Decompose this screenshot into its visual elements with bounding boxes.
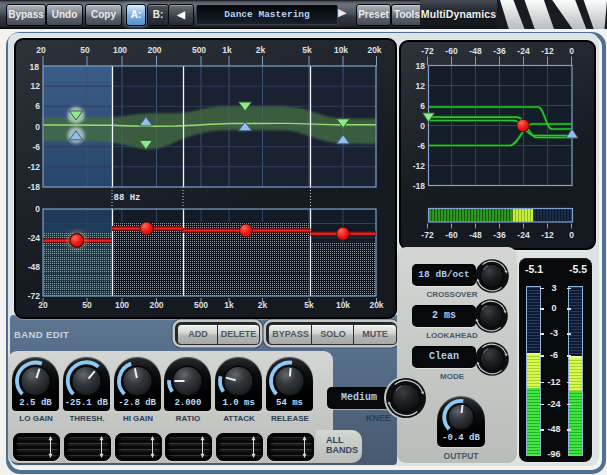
svg-text:-60: -60 (445, 230, 458, 240)
svg-text:12: 12 (31, 81, 41, 91)
svg-text:-48: -48 (469, 46, 482, 56)
svg-text:10k: 10k (334, 45, 348, 55)
svg-text:50: 50 (82, 300, 92, 310)
svg-text:-18: -18 (28, 182, 41, 192)
svg-text:-72: -72 (421, 230, 434, 240)
svg-text:-12: -12 (541, 230, 554, 240)
svg-text:-24: -24 (517, 46, 530, 56)
svg-text:18: 18 (416, 61, 426, 71)
svg-text:12: 12 (416, 81, 426, 91)
svg-text:88 Hz: 88 Hz (114, 193, 141, 203)
svg-text:5k: 5k (302, 45, 312, 55)
svg-text:-18: -18 (413, 181, 426, 191)
svg-text:100: 100 (113, 45, 127, 55)
svg-text:20k: 20k (369, 300, 383, 310)
svg-text:1k: 1k (224, 300, 234, 310)
svg-text:-12: -12 (413, 161, 426, 171)
svg-text:2k: 2k (256, 45, 266, 55)
svg-text:0: 0 (569, 230, 574, 240)
svg-text:200: 200 (147, 45, 161, 55)
svg-text:-48: -48 (469, 230, 482, 240)
svg-text:-60: -60 (445, 46, 458, 56)
svg-text:5k: 5k (304, 300, 314, 310)
svg-text:-6: -6 (417, 141, 425, 151)
svg-text:20: 20 (36, 45, 46, 55)
svg-text:6: 6 (35, 101, 40, 111)
svg-text:50: 50 (80, 45, 90, 55)
svg-text:1k: 1k (222, 45, 232, 55)
svg-text:-12: -12 (28, 162, 41, 172)
svg-text:-72: -72 (421, 46, 434, 56)
svg-text:-48: -48 (28, 262, 41, 272)
svg-text:100: 100 (115, 300, 129, 310)
svg-text:0: 0 (35, 204, 40, 214)
svg-text:20k: 20k (367, 45, 381, 55)
svg-text:500: 500 (194, 300, 208, 310)
svg-text:0: 0 (569, 46, 574, 56)
svg-text:-36: -36 (493, 46, 506, 56)
svg-text:2k: 2k (258, 300, 268, 310)
svg-text:0: 0 (35, 122, 40, 132)
svg-text:-24: -24 (517, 230, 530, 240)
svg-text:18: 18 (30, 62, 40, 72)
svg-text:200: 200 (149, 300, 163, 310)
svg-text:10k: 10k (336, 300, 350, 310)
svg-text:-6: -6 (32, 142, 40, 152)
svg-text:500: 500 (192, 45, 206, 55)
svg-text:20: 20 (38, 300, 48, 310)
svg-text:0: 0 (420, 121, 425, 131)
svg-text:-36: -36 (493, 230, 506, 240)
svg-text:-24: -24 (28, 233, 41, 243)
svg-text:-12: -12 (541, 46, 554, 56)
svg-text:6: 6 (420, 101, 425, 111)
